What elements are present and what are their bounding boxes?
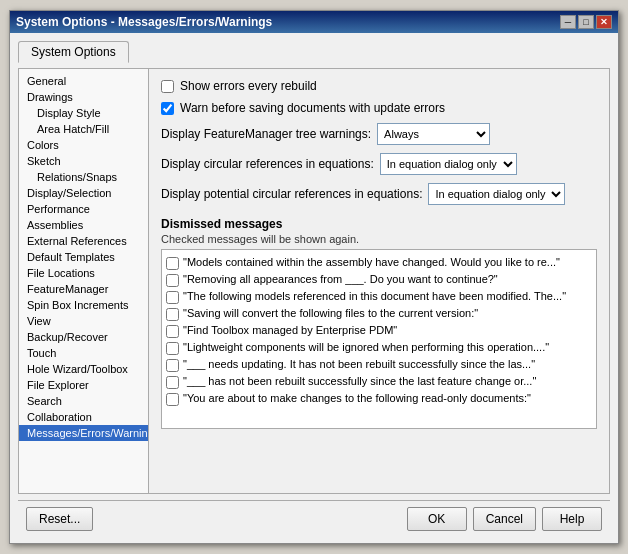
tab-bar: System Options (18, 41, 610, 63)
message-checkbox-2[interactable] (166, 291, 179, 304)
sidebar-item-8[interactable]: Performance (19, 201, 148, 217)
message-item-5: "Lightweight components will be ignored … (166, 339, 592, 356)
message-checkbox-4[interactable] (166, 325, 179, 338)
message-checkbox-7[interactable] (166, 376, 179, 389)
sidebar-item-7[interactable]: Display/Selection (19, 185, 148, 201)
message-checkbox-1[interactable] (166, 274, 179, 287)
window-content: System Options GeneralDrawingsDisplay St… (10, 33, 618, 543)
sidebar-item-5[interactable]: Sketch (19, 153, 148, 169)
feature-manager-label: Display FeatureManager tree warnings: (161, 127, 371, 141)
warn-saving-row: Warn before saving documents with update… (161, 101, 597, 115)
minimize-button[interactable]: ─ (560, 15, 576, 29)
cancel-button[interactable]: Cancel (473, 507, 536, 531)
sidebar-item-3[interactable]: Area Hatch/Fill (19, 121, 148, 137)
message-item-1: "Removing all appearances from ___. Do y… (166, 271, 592, 288)
message-label-0: "Models contained within the assembly ha… (183, 255, 560, 269)
message-label-7: "___ has not been rebuilt successfully s… (183, 374, 536, 388)
message-label-6: "___ needs updating. It has not been reb… (183, 357, 535, 371)
close-button[interactable]: ✕ (596, 15, 612, 29)
message-checkbox-6[interactable] (166, 359, 179, 372)
sidebar-item-20[interactable]: Search (19, 393, 148, 409)
message-item-8: "You are about to make changes to the fo… (166, 390, 592, 407)
warn-saving-label: Warn before saving documents with update… (180, 101, 445, 115)
feature-manager-select[interactable]: Always Never When errors exist (377, 123, 490, 145)
dismissed-section: Dismissed messages Checked messages will… (161, 217, 597, 429)
sidebar-item-11[interactable]: Default Templates (19, 249, 148, 265)
circular-ref-select[interactable]: In equation dialog only Always Never (380, 153, 517, 175)
maximize-button[interactable]: □ (578, 15, 594, 29)
message-label-1: "Removing all appearances from ___. Do y… (183, 272, 498, 286)
main-area: GeneralDrawingsDisplay StyleArea Hatch/F… (18, 68, 610, 494)
sidebar-item-16[interactable]: Backup/Recover (19, 329, 148, 345)
message-item-2: "The following models referenced in this… (166, 288, 592, 305)
message-label-2: "The following models referenced in this… (183, 289, 566, 303)
message-item-3: "Saving will convert the following files… (166, 305, 592, 322)
messages-list: "Models contained within the assembly ha… (161, 249, 597, 429)
potential-circular-label: Display potential circular references in… (161, 187, 422, 201)
potential-circular-row: Display potential circular references in… (161, 183, 597, 205)
dismissed-title: Dismissed messages (161, 217, 597, 231)
dismissed-subtitle: Checked messages will be shown again. (161, 233, 597, 245)
sidebar-item-9[interactable]: Assemblies (19, 217, 148, 233)
sidebar-item-1[interactable]: Drawings (19, 89, 148, 105)
content-area: Show errors every rebuild Warn before sa… (149, 69, 609, 493)
potential-circular-select[interactable]: In equation dialog only Always Never (428, 183, 565, 205)
circular-ref-row: Display circular references in equations… (161, 153, 597, 175)
main-window: System Options - Messages/Errors/Warning… (9, 10, 619, 544)
sidebar-item-10[interactable]: External References (19, 233, 148, 249)
sidebar: GeneralDrawingsDisplay StyleArea Hatch/F… (19, 69, 149, 493)
sidebar-item-18[interactable]: Hole Wizard/Toolbox (19, 361, 148, 377)
message-checkbox-8[interactable] (166, 393, 179, 406)
show-errors-checkbox[interactable] (161, 80, 174, 93)
ok-button[interactable]: OK (407, 507, 467, 531)
message-item-7: "___ has not been rebuilt successfully s… (166, 373, 592, 390)
message-label-3: "Saving will convert the following files… (183, 306, 478, 320)
sidebar-item-14[interactable]: Spin Box Increments (19, 297, 148, 313)
sidebar-item-21[interactable]: Collaboration (19, 409, 148, 425)
message-label-5: "Lightweight components will be ignored … (183, 340, 549, 354)
warn-saving-checkbox[interactable] (161, 102, 174, 115)
message-checkbox-5[interactable] (166, 342, 179, 355)
bottom-right-buttons: OK Cancel Help (407, 507, 602, 531)
bottom-bar: Reset... OK Cancel Help (18, 500, 610, 535)
sidebar-item-22[interactable]: Messages/Errors/Warnings (19, 425, 148, 441)
sidebar-item-17[interactable]: Touch (19, 345, 148, 361)
sidebar-item-19[interactable]: File Explorer (19, 377, 148, 393)
sidebar-item-13[interactable]: FeatureManager (19, 281, 148, 297)
sidebar-item-0[interactable]: General (19, 73, 148, 89)
title-bar: System Options - Messages/Errors/Warning… (10, 11, 618, 33)
feature-manager-row: Display FeatureManager tree warnings: Al… (161, 123, 597, 145)
tab-system-options[interactable]: System Options (18, 41, 129, 63)
message-item-0: "Models contained within the assembly ha… (166, 254, 592, 271)
sidebar-item-2[interactable]: Display Style (19, 105, 148, 121)
sidebar-item-12[interactable]: File Locations (19, 265, 148, 281)
message-checkbox-3[interactable] (166, 308, 179, 321)
show-errors-row: Show errors every rebuild (161, 79, 597, 93)
message-label-4: "Find Toolbox managed by Enterprise PDM" (183, 323, 397, 337)
window-title: System Options - Messages/Errors/Warning… (16, 15, 272, 29)
message-item-6: "___ needs updating. It has not been reb… (166, 356, 592, 373)
circular-ref-label: Display circular references in equations… (161, 157, 374, 171)
message-checkbox-0[interactable] (166, 257, 179, 270)
title-controls: ─ □ ✕ (560, 15, 612, 29)
help-button[interactable]: Help (542, 507, 602, 531)
message-label-8: "You are about to make changes to the fo… (183, 391, 531, 405)
message-item-4: "Find Toolbox managed by Enterprise PDM" (166, 322, 592, 339)
sidebar-item-4[interactable]: Colors (19, 137, 148, 153)
sidebar-item-15[interactable]: View (19, 313, 148, 329)
sidebar-item-6[interactable]: Relations/Snaps (19, 169, 148, 185)
reset-button[interactable]: Reset... (26, 507, 93, 531)
show-errors-label: Show errors every rebuild (180, 79, 317, 93)
